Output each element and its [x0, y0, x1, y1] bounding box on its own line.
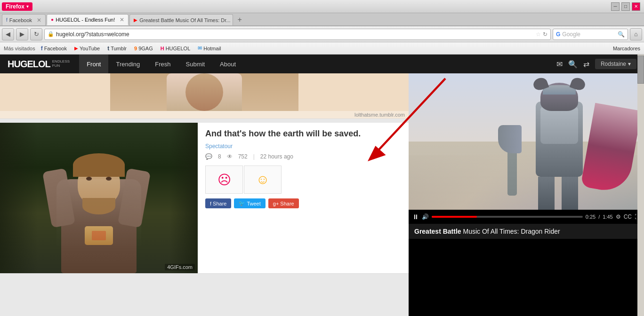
new-tab-button[interactable]: + [234, 14, 245, 25]
video-title-rest: Music Of All Times: Dragon Rider [461, 228, 560, 235]
scrollbar-thumb[interactable] [637, 55, 644, 84]
nav-fresh[interactable]: Fresh [147, 55, 178, 73]
nav-about[interactable]: About [212, 55, 243, 73]
firefox-menu[interactable]: Firefox ▾ [2, 2, 32, 11]
tab-hugelol-label: HUGELOL - Endless Fun! [56, 17, 115, 23]
video-title-bar: Greatest Battle Music Of All Times: Drag… [409, 224, 644, 239]
time-total: 1:45 [603, 214, 612, 220]
share-facebook-label: Share [213, 201, 226, 206]
top-post-url: lolthatsme.tumblr.com [0, 111, 409, 118]
time-current: 0:25 [586, 214, 596, 220]
bookmark-tumblr[interactable]: t Tumblr [105, 44, 129, 53]
home-button[interactable]: ⌂ [630, 28, 642, 40]
tabs-bar: f Facebook ✕ ● HUGELOL - Endless Fun! ✕ … [0, 13, 644, 26]
reload-button[interactable]: ↻ [30, 28, 42, 40]
video-title: Greatest Battle Music Of All Times: Drag… [414, 228, 638, 235]
bookmark-hotmail[interactable]: ✉ Hotmail [196, 44, 223, 53]
back-button[interactable]: ◀ [2, 28, 14, 40]
top-post: lolthatsme.tumblr.com [0, 73, 409, 119]
face-placeholder [185, 73, 223, 111]
volume-icon[interactable]: 🔊 [422, 213, 429, 220]
refresh-icon[interactable]: ↻ [543, 31, 547, 38]
post-title: And that's how the earth will be saved. [205, 128, 401, 139]
play-pause-button[interactable]: ⏸ [412, 213, 419, 221]
bookmark-youtube[interactable]: ▶ YouTube [72, 44, 102, 53]
progress-bar[interactable] [432, 216, 583, 218]
hotmail-bm-icon: ✉ [198, 45, 202, 51]
user-dropdown[interactable]: Rodstaine ▾ [595, 59, 636, 69]
video-thumbnail[interactable] [409, 73, 644, 210]
youtube-bm-label: YouTube [80, 46, 100, 51]
9gag-bm-label: 9GAG [138, 46, 153, 51]
facebook-bm-icon: f [41, 45, 43, 52]
bookmarks-bar: Más visitados f Facebook ▶ YouTube t Tum… [0, 42, 644, 55]
share-gplus-button[interactable]: g+ Share [268, 198, 299, 208]
nav-right: G Google 🔍 ⌂ [553, 28, 642, 40]
progress-fill [432, 216, 477, 218]
mail-icon[interactable]: ✉ [556, 60, 563, 69]
tab-facebook-close[interactable]: ✕ [37, 17, 41, 24]
firefox-label: Firefox [6, 3, 24, 10]
logo-endless-line2: FUN [52, 64, 70, 68]
firefox-menu-arrow: ▾ [26, 4, 29, 9]
search-placeholder: Google [562, 31, 580, 38]
star-icon[interactable]: ☆ [536, 31, 541, 38]
post-author[interactable]: Spectatour [205, 143, 401, 150]
main-post-row: 4GIFs.com And that's how the earth will … [0, 123, 409, 274]
tab-facebook-label: Facebook [9, 17, 32, 23]
hugelol-tab-icon: ● [51, 17, 54, 22]
scrollbar[interactable] [637, 55, 644, 316]
leg-right [562, 177, 578, 210]
happy-reaction-button[interactable]: ☺ [244, 166, 282, 194]
nav-front[interactable]: Front [79, 55, 108, 73]
warrior-figure [517, 78, 620, 210]
address-bar[interactable]: 🔒 hugelol.org/?status=welcome ☆ ↻ [44, 29, 551, 40]
tab-hugelol-close[interactable]: ✕ [120, 16, 124, 23]
header-right: ✉ 🔍 ⇄ Rodstaine ▾ [556, 59, 636, 69]
share-twitter-button[interactable]: 🐦 Tweet [234, 198, 265, 208]
pattern-detail [92, 231, 106, 240]
tab-youtube-label: Greatest Battle Music Of All Times: Dr..… [139, 17, 230, 23]
bookmarks-right-label[interactable]: Marcadores [613, 46, 640, 51]
top-image-placeholder [110, 73, 298, 111]
tab-facebook[interactable]: f Facebook ✕ [2, 14, 46, 25]
settings-icon[interactable]: ⚙ [616, 213, 621, 220]
youtube-tab-icon: ▶ [134, 17, 137, 23]
most-visited-label: Más visitados [4, 46, 35, 51]
reaction-area: ☹ ☺ [205, 166, 401, 194]
happy-icon: ☺ [256, 172, 270, 187]
cc-icon[interactable]: CC [624, 213, 632, 220]
nav-trending[interactable]: Trending [108, 55, 147, 73]
nav-submit[interactable]: Submit [178, 55, 212, 73]
bookmark-hugelol[interactable]: H HUGELOL [159, 44, 193, 53]
hugelol-bm-icon: H [161, 46, 164, 51]
restore-button[interactable]: □ [621, 2, 630, 11]
search-bar[interactable]: G Google 🔍 [553, 29, 628, 40]
title-bar: Firefox ▾ ─ □ ✕ [0, 0, 644, 13]
tumblr-bm-label: Tumblr [111, 46, 127, 51]
browser-window: Firefox ▾ ─ □ ✕ f Facebook ✕ ● HUGELOL -… [0, 0, 644, 316]
post-info: And that's how the earth will be saved. … [198, 123, 409, 273]
chest-plate [540, 106, 578, 144]
bookmark-facebook[interactable]: f Facebook [39, 44, 69, 53]
main-content-area: lolthatsme.tumblr.com [0, 73, 409, 316]
tab-hugelol[interactable]: ● HUGELOL - Endless Fun! ✕ [47, 14, 129, 25]
lock-icon: 🔒 [48, 31, 54, 37]
tumblr-bm-icon: t [107, 45, 109, 52]
close-button[interactable]: ✕ [632, 2, 640, 11]
bookmark-9gag[interactable]: 9 9GAG [132, 44, 155, 53]
meta-divider: | [253, 153, 255, 160]
shuffle-icon[interactable]: ⇄ [583, 60, 589, 69]
minimize-button[interactable]: ─ [611, 2, 620, 11]
search-icon[interactable]: 🔍 [568, 60, 578, 69]
tab-youtube[interactable]: ▶ Greatest Battle Music Of All Times: Dr… [129, 14, 233, 25]
facebook-bm-label: Facebook [44, 46, 67, 51]
helmet [540, 83, 578, 111]
comment-icon: 💬 [205, 153, 212, 160]
shirt-pattern [85, 226, 113, 245]
share-gplus-label: Share [280, 201, 294, 206]
forward-button[interactable]: ▶ [16, 28, 28, 40]
share-facebook-button[interactable]: f Share [205, 198, 231, 208]
video-panel: ⏸ 🔊 0:25 / 1:45 ⚙ CC ⛶ [409, 73, 644, 316]
sad-reaction-button[interactable]: ☹ [205, 166, 243, 194]
